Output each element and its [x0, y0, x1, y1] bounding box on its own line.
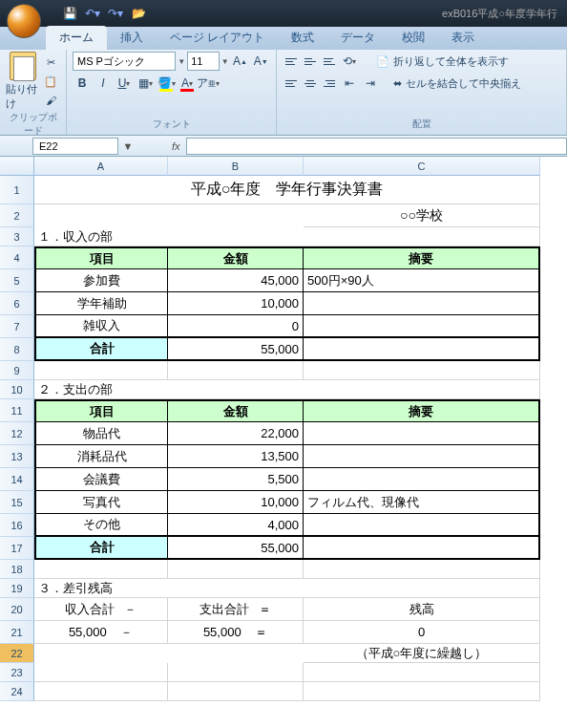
cell[interactable] [168, 663, 304, 682]
col-header-a[interactable]: A [34, 157, 168, 176]
row-header[interactable]: 16 [0, 514, 34, 537]
cell[interactable]: 22,000 [168, 422, 304, 445]
cell-section1[interactable]: １．収入の部 [34, 227, 540, 246]
align-bottom-icon[interactable] [321, 53, 338, 70]
format-painter-icon[interactable]: 🖌 [41, 92, 60, 109]
cell[interactable]: 支出合計 ＝ [168, 598, 304, 621]
undo-icon[interactable]: ↶▾ [82, 5, 103, 22]
row-header[interactable]: 4 [0, 246, 34, 269]
cell-hdr-amount[interactable]: 金額 [168, 246, 304, 269]
cell[interactable] [304, 468, 540, 491]
fx-icon[interactable]: fx [172, 140, 180, 152]
open-icon[interactable]: 📂 [128, 5, 149, 22]
cell[interactable] [304, 560, 540, 579]
cell-title[interactable]: 平成○年度 学年行事決算書 [34, 176, 540, 204]
cell[interactable] [168, 361, 304, 380]
cell[interactable] [34, 663, 168, 682]
align-middle-icon[interactable] [302, 53, 319, 70]
grow-font-icon[interactable]: A▲ [231, 52, 250, 71]
cell[interactable]: 残高 [304, 598, 540, 621]
tab-insert[interactable]: 挿入 [107, 26, 157, 50]
row-header[interactable]: 2 [0, 204, 34, 227]
border-button[interactable]: ▦▾ [136, 74, 155, 93]
row-header[interactable]: 1 [0, 176, 34, 204]
cell[interactable]: その他 [34, 514, 168, 537]
formula-input[interactable] [186, 138, 567, 155]
orientation-icon[interactable]: ⟲▾ [340, 52, 359, 71]
tab-page-layout[interactable]: ページ レイアウト [157, 26, 278, 50]
cell[interactable] [304, 422, 540, 445]
cell[interactable] [304, 361, 540, 380]
cell[interactable] [168, 682, 304, 701]
cell[interactable]: 55,000 ＝ [168, 621, 304, 644]
row-header[interactable]: 11 [0, 399, 34, 422]
name-box[interactable]: E22 [32, 138, 118, 155]
cell[interactable] [304, 682, 540, 701]
row-header[interactable]: 18 [0, 560, 34, 579]
bold-button[interactable]: B [73, 74, 92, 93]
cells-grid[interactable]: 平成○年度 学年行事決算書 ○○学校 １．収入の部 項目 金額 摘要 参加費 4… [34, 176, 540, 728]
wrap-text-button[interactable]: 📄折り返して全体を表示す [372, 53, 513, 71]
cell[interactable]: 雑収入 [34, 315, 168, 338]
cell[interactable] [304, 663, 540, 682]
cell-hdr-note[interactable]: 摘要 [304, 399, 540, 422]
tab-home[interactable]: ホーム [46, 26, 107, 50]
cell[interactable]: 5,500 [168, 468, 304, 491]
cut-icon[interactable]: ✂ [41, 54, 60, 71]
cell[interactable]: フィルム代、現像代 [304, 491, 540, 514]
cell[interactable] [34, 560, 168, 579]
align-center-icon[interactable] [302, 75, 319, 92]
cell[interactable]: 4,000 [168, 514, 304, 537]
font-color-button[interactable]: A▾ [178, 74, 197, 93]
cell[interactable]: 0 [168, 315, 304, 338]
cell[interactable]: 10,000 [168, 491, 304, 514]
increase-indent-icon[interactable]: ⇥ [361, 74, 380, 93]
row-header[interactable]: 3 [0, 227, 34, 246]
align-right-icon[interactable] [321, 75, 338, 92]
tab-view[interactable]: 表示 [438, 26, 488, 50]
cell-hdr-note[interactable]: 摘要 [304, 246, 540, 269]
decrease-indent-icon[interactable]: ⇤ [340, 74, 359, 93]
cell[interactable] [304, 537, 540, 560]
italic-button[interactable]: I [94, 74, 113, 93]
tab-data[interactable]: データ [327, 26, 388, 50]
cell-exp-total-amt[interactable]: 55,000 [168, 537, 304, 560]
row-header[interactable]: 8 [0, 338, 34, 361]
row-header[interactable]: 15 [0, 491, 34, 514]
cell[interactable]: 会議費 [34, 468, 168, 491]
cell[interactable]: 消耗品代 [34, 445, 168, 468]
row-header[interactable]: 22 [0, 644, 34, 663]
save-icon[interactable]: 💾 [59, 5, 80, 22]
cell[interactable]: 500円×90人 [304, 269, 540, 292]
row-header[interactable]: 20 [0, 598, 34, 621]
cell[interactable]: 写真代 [34, 491, 168, 514]
row-header[interactable]: 14 [0, 468, 34, 491]
cell-hdr-item[interactable]: 項目 [34, 246, 168, 269]
cell[interactable] [304, 445, 540, 468]
row-header[interactable]: 6 [0, 292, 34, 315]
cell-income-total-label[interactable]: 合計 [34, 338, 168, 361]
align-top-icon[interactable] [283, 53, 300, 70]
cell[interactable] [304, 292, 540, 315]
cell[interactable] [34, 361, 168, 380]
chevron-down-icon[interactable]: ▼ [178, 57, 185, 66]
cell-school[interactable]: ○○学校 [304, 204, 540, 227]
copy-icon[interactable]: 📋 [41, 73, 60, 90]
phonetic-button[interactable]: ア亜▾ [199, 74, 218, 93]
row-header[interactable]: 9 [0, 361, 34, 380]
row-header[interactable]: 12 [0, 422, 34, 445]
cell[interactable] [304, 514, 540, 537]
select-all-corner[interactable] [0, 157, 34, 176]
col-header-b[interactable]: B [168, 157, 304, 176]
cell[interactable]: 13,500 [168, 445, 304, 468]
row-header[interactable]: 17 [0, 537, 34, 560]
cell-exp-total-label[interactable]: 合計 [34, 537, 168, 560]
paste-button[interactable]: 貼り付け [6, 52, 39, 111]
cell-balance-note[interactable]: （平成○年度に繰越し） [304, 644, 540, 663]
underline-button[interactable]: U▾ [115, 74, 134, 93]
cell-section2[interactable]: ２．支出の部 [34, 380, 540, 399]
cell-hdr-item[interactable]: 項目 [34, 399, 168, 422]
cell[interactable] [34, 682, 168, 701]
cell-section3[interactable]: ３．差引残高 [34, 579, 540, 598]
row-header[interactable]: 10 [0, 380, 34, 399]
